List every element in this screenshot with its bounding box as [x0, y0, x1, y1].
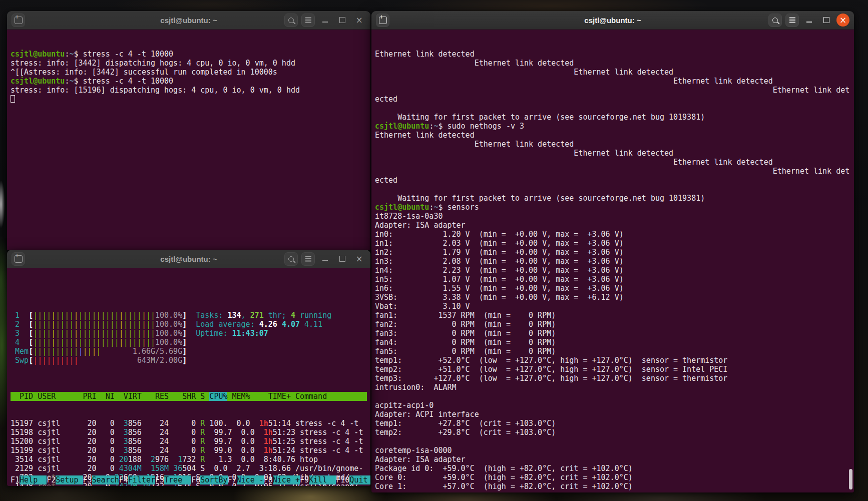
scrollbar-thumb[interactable]	[849, 469, 852, 489]
close-button[interactable]: ×	[352, 252, 366, 266]
text-segment: 1.3 0.0 8:40.76 htop	[205, 455, 318, 464]
text-segment: 4	[291, 311, 295, 320]
text-segment: 36	[173, 464, 182, 473]
terminal-line: temp3: +127.0°C (low = +127.0°C, high = …	[375, 374, 850, 383]
text-segment: 15198 csjtl 20 0	[11, 428, 124, 437]
text-segment: F1	[11, 475, 20, 484]
text-segment: Ethernet link detected	[375, 158, 773, 167]
terminal-line: Swp[|||||||||| 643M/2.00G]	[11, 356, 367, 365]
text-segment: 99.7 0.0	[205, 428, 263, 437]
text-segment: ||||	[78, 329, 96, 338]
search-button[interactable]	[768, 14, 782, 27]
search-icon	[772, 18, 778, 23]
terminal-window-htop[interactable]: csjtl@ubuntu: ~ × 1 [|||||||||||||||||||…	[7, 250, 370, 486]
text-segment: 15197 csjtl 20 0	[11, 419, 124, 428]
text-segment: ||||	[101, 338, 119, 347]
text-segment: 856 24 0	[128, 437, 201, 446]
close-button[interactable]: ×	[836, 14, 849, 27]
text-segment: fan1: 1537 RPM (min = 0 RPM)	[375, 311, 556, 320]
terminal-window-stress[interactable]: csjtl@ubuntu: ~ × csjtl@ubuntu:~$ stress…	[7, 11, 370, 250]
text-segment: |	[51, 338, 56, 347]
text-segment: Tree	[164, 475, 191, 484]
maximize-button[interactable]	[335, 14, 349, 27]
text-segment: ||||	[33, 338, 51, 347]
minimize-button[interactable]	[318, 14, 332, 27]
text-segment: Filter	[128, 475, 155, 484]
maximize-button[interactable]	[335, 252, 349, 266]
text-segment: temp1: +27.8°C (crit = +103.0°C)	[375, 419, 556, 428]
text-segment: ||||	[78, 311, 96, 320]
text-segment: R	[200, 455, 205, 464]
terminal-line	[375, 392, 850, 401]
text-segment: Ethernet link det	[375, 167, 849, 176]
text-segment: $ sensors	[438, 203, 479, 212]
text-segment: F10	[336, 475, 349, 484]
titlebar-stress[interactable]: csjtl@ubuntu: ~ ×	[7, 11, 370, 30]
htop-table-header[interactable]: PID USER PRI NI VIRT RES SHR S CPU% MEM%…	[11, 392, 367, 401]
text-segment: temp2: +51.0°C (low = +127.0°C, high = +…	[375, 365, 727, 374]
text-segment: ||||	[33, 320, 51, 329]
text-segment: 4.11	[304, 320, 322, 329]
menu-button[interactable]	[785, 14, 799, 27]
text-segment: |	[97, 329, 101, 338]
text-segment: 11:43:07	[232, 329, 268, 338]
minimize-button[interactable]	[802, 14, 816, 27]
htop-display[interactable]: 1 [|||||||||||||||||||||||||||100.0%] Ta…	[7, 268, 370, 486]
maximize-button[interactable]	[819, 14, 833, 27]
text-segment: 3514 csjtl 20 0	[11, 455, 119, 464]
text-segment: [	[29, 311, 33, 320]
terminal-line: F1Help F2Setup F3SearchF4FilterF5Tree F6…	[11, 475, 367, 484]
text-segment: thr;	[264, 311, 291, 320]
terminal-line: 4 [|||||||||||||||||||||||||||100.0%]	[11, 338, 367, 347]
new-tab-button[interactable]	[12, 252, 25, 266]
text-segment: 100.0%	[155, 329, 182, 338]
new-tab-button[interactable]	[12, 14, 25, 27]
new-tab-button[interactable]	[376, 14, 389, 27]
text-segment: Kill	[309, 475, 336, 484]
text-segment: 20	[119, 455, 128, 464]
close-button[interactable]: ×	[352, 14, 366, 27]
text-segment: ||||	[56, 311, 74, 320]
text-segment	[11, 311, 15, 320]
text-segment: Nice -	[237, 475, 264, 484]
text-segment: ]	[182, 329, 187, 338]
text-segment: 3	[124, 419, 128, 428]
terminal-line: Ethernet link detected	[375, 77, 850, 86]
terminal-line: in6: 1.55 V (min = +0.00 V, max = +3.06 …	[375, 284, 850, 293]
text-segment: Ethernet link detected	[375, 140, 574, 149]
text-segment	[20, 320, 29, 329]
terminal-line: Adapter: ACPI interface	[375, 410, 850, 419]
minimize-button[interactable]	[318, 252, 332, 266]
text-segment: 2	[151, 455, 155, 464]
terminal-line: 15197 csjtl 20 0 3856 24 0 R 100. 0.0 1h…	[11, 419, 367, 428]
search-button[interactable]	[284, 14, 298, 27]
terminal-window-sensors[interactable]: csjtl@ubuntu: ~ × Ethernet link detected…	[371, 11, 854, 492]
text-segment: 1.66G/5.69G	[133, 347, 182, 356]
text-segment: 643M/2.00G	[137, 356, 182, 365]
text-segment: 3	[124, 437, 128, 446]
titlebar-sensors[interactable]: csjtl@ubuntu: ~ ×	[371, 11, 854, 30]
text-segment: Package id 0: +59.0°C (high = +82.0°C, c…	[375, 464, 633, 473]
terminal-output-stress[interactable]: csjtl@ubuntu:~$ stress -c 4 -t 10000stre…	[7, 30, 370, 250]
terminal-output-sensors[interactable]: Ethernet link detected Ethernet link det…	[371, 30, 854, 492]
text-segment: ||||	[83, 347, 101, 356]
terminal-line: temp2: +51.0°C (low = +127.0°C, high = +…	[375, 365, 850, 374]
text-segment	[11, 347, 15, 356]
text-segment: stress -c 4 -t	[295, 428, 363, 437]
text-segment: intrusion0: ALARM	[375, 383, 457, 392]
terminal-line: Adapter: ISA adapter	[375, 455, 850, 464]
terminal-line: in2: 1.79 V (min = +0.00 V, max = +3.06 …	[375, 248, 850, 257]
terminal-line: Ethernet link detected	[375, 68, 850, 77]
htop-function-key-bar[interactable]: F1Help F2Setup F3SearchF4FilterF5Tree F6…	[11, 475, 367, 484]
text-segment: 99.7 0.0	[205, 437, 263, 446]
menu-button[interactable]	[301, 14, 315, 27]
titlebar-htop[interactable]: csjtl@ubuntu: ~ ×	[7, 250, 370, 268]
search-button[interactable]	[284, 252, 298, 266]
menu-button[interactable]	[301, 252, 315, 266]
minimize-icon	[322, 22, 328, 23]
new-tab-icon	[15, 17, 23, 24]
text-segment: F6	[191, 475, 200, 484]
terminal-line: fan5: 0 RPM (min = 0 RPM)	[375, 347, 850, 356]
text-segment: $ stress -c 4 -t 10000	[74, 77, 173, 86]
terminal-line: fan1: 1537 RPM (min = 0 RPM)	[375, 311, 850, 320]
